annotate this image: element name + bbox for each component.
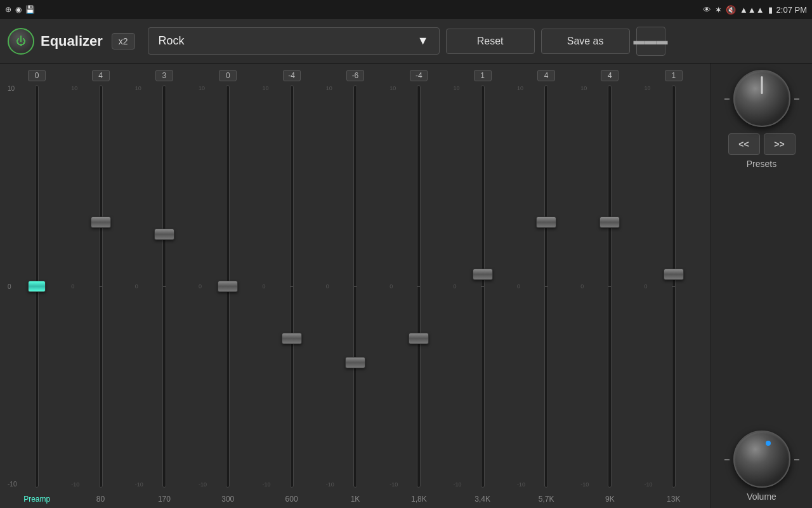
slider-thumb-b170[interactable] — [154, 229, 174, 240]
main-area: 0430-4-6-41441 100-10100-10100-10100-101… — [0, 64, 812, 508]
label-col-b34k: 3,4K — [451, 495, 514, 504]
slider-track-wrap-b18k: 100-10 — [387, 85, 450, 488]
chevron-down-icon: ▼ — [417, 34, 429, 48]
slider-track-b80[interactable] — [99, 85, 103, 488]
slider-container-b80: 100-10 — [69, 85, 132, 488]
band-value-b1k: -6 — [346, 70, 364, 81]
slider-thumb-b57k[interactable] — [536, 217, 556, 228]
x2-button[interactable]: x2 — [112, 33, 135, 50]
zero-line — [672, 286, 675, 287]
volume-knob[interactable] — [733, 431, 790, 488]
preset-next-button[interactable]: >> — [764, 133, 796, 155]
slider-track-wrap-b57k: 100-10 — [514, 85, 578, 488]
volume-knob-left-tick — [724, 459, 730, 460]
preset-value: Rock — [159, 34, 185, 48]
slider-thumb-preamp[interactable] — [28, 281, 46, 292]
band-value-b600: -4 — [283, 70, 301, 81]
label-col-b80: 80 — [69, 495, 132, 504]
usb-icon: ⊕ — [5, 5, 11, 14]
slider-track-b57k[interactable] — [544, 85, 548, 488]
scale-b9k: 100-10 — [580, 85, 589, 488]
value-col-b9k: 4 — [578, 70, 641, 81]
label-col-b57k: 5,7K — [514, 495, 578, 504]
zero-line — [417, 286, 420, 287]
slider-thumb-b600[interactable] — [282, 333, 302, 344]
right-panel: << >> Presets Volume — [710, 64, 812, 508]
zero-line — [481, 286, 484, 287]
app-title: Equalizer — [41, 33, 103, 50]
presets-knob-container: << >> Presets — [728, 70, 796, 169]
zero-line — [354, 286, 357, 287]
value-col-b1k: -6 — [324, 70, 387, 81]
scale-b80: 100-10 — [71, 85, 79, 488]
band-labels-row: Preamp801703006001K1,8K3,4K5,7K9K13K — [5, 490, 705, 508]
zero-line — [608, 286, 611, 287]
slider-track-wrap-b13k: 100-10 — [642, 85, 705, 488]
sliders-area: 0430-4-6-41441 100-10100-10100-10100-101… — [0, 64, 710, 508]
bluetooth-icon: ✶ — [715, 5, 722, 15]
preset-dropdown[interactable]: Rock ▼ — [148, 27, 440, 55]
slider-thumb-b34k[interactable] — [473, 269, 493, 280]
band-label-b9k: 9K — [605, 495, 615, 504]
value-col-b80: 4 — [69, 70, 132, 81]
scale-b1k: 100-10 — [326, 85, 334, 488]
band-value-b300: 0 — [219, 70, 237, 81]
slider-thumb-b13k[interactable] — [664, 269, 684, 280]
slider-track-wrap-preamp: 100-10 — [5, 85, 69, 488]
power-icon: ⏻ — [16, 36, 26, 47]
band-label-b1k: 1K — [351, 495, 360, 504]
slider-track-b13k[interactable] — [672, 85, 676, 488]
chart-icon-button[interactable]: ▬▬▬ — [636, 27, 665, 56]
slider-container-preamp: 100-10 — [5, 85, 69, 488]
slider-track-b1k[interactable] — [353, 85, 357, 488]
value-col-b170: 3 — [133, 70, 196, 81]
label-col-b600: 600 — [259, 495, 323, 504]
zero-line — [100, 286, 102, 287]
band-value-b9k: 4 — [601, 70, 619, 81]
slider-track-b18k[interactable] — [417, 85, 421, 488]
zero-line — [163, 286, 166, 287]
slider-track-wrap-b1k: 100-10 — [324, 85, 387, 488]
slider-container-b1k: 100-10 — [324, 85, 387, 488]
value-col-b600: -4 — [259, 70, 323, 81]
slider-thumb-b300[interactable] — [218, 281, 238, 292]
record-icon: ◉ — [15, 5, 22, 14]
slider-track-b300[interactable] — [226, 85, 230, 488]
slider-track-wrap-b170: 100-10 — [133, 85, 196, 488]
slider-thumb-b18k[interactable] — [409, 333, 429, 344]
slider-thumb-b1k[interactable] — [345, 357, 365, 368]
status-left-icons: ⊕ ◉ 💾 — [5, 5, 35, 14]
band-value-b80: 4 — [92, 70, 110, 81]
slider-thumb-b80[interactable] — [91, 217, 111, 228]
band-label-b80: 80 — [96, 495, 105, 504]
scale-b13k: 100-10 — [645, 85, 653, 488]
slider-track-b600[interactable] — [290, 85, 294, 488]
slider-track-b9k[interactable] — [608, 85, 612, 488]
band-value-b18k: -4 — [410, 70, 428, 81]
knob-right-tick — [794, 98, 799, 100]
presets-label: Presets — [747, 159, 776, 169]
status-bar: ⊕ ◉ 💾 👁 ✶ 🔇 ▲▲▲ ▮ 2:07 PM — [0, 0, 812, 19]
power-button[interactable]: ⏻ — [8, 28, 34, 55]
slider-track-wrap-b300: 100-10 — [196, 85, 259, 488]
slider-track-b170[interactable] — [162, 85, 166, 488]
slider-thumb-b9k[interactable] — [599, 217, 620, 228]
save-as-button[interactable]: Save as — [541, 29, 630, 54]
band-value-b13k: 1 — [665, 70, 683, 81]
presets-knob[interactable] — [733, 70, 790, 127]
header: ⏻ Equalizer x2 Rock ▼ Reset Save as ▬▬▬ — [0, 19, 812, 64]
preset-prev-button[interactable]: << — [728, 133, 760, 155]
slider-track-preamp[interactable] — [35, 85, 39, 488]
label-col-b300: 300 — [196, 495, 259, 504]
band-value-b57k: 4 — [537, 70, 555, 81]
slider-container-b9k: 100-10 — [578, 85, 641, 488]
band-value-preamp: 0 — [28, 70, 46, 81]
scale-b600: 100-10 — [262, 85, 270, 488]
slider-track-b34k[interactable] — [481, 85, 485, 488]
label-col-b18k: 1,8K — [387, 495, 450, 504]
zero-line — [545, 286, 547, 287]
reset-button[interactable]: Reset — [446, 29, 535, 54]
slider-container-b57k: 100-10 — [514, 85, 578, 488]
scale-b57k: 100-10 — [517, 85, 525, 488]
zero-line — [291, 286, 293, 287]
